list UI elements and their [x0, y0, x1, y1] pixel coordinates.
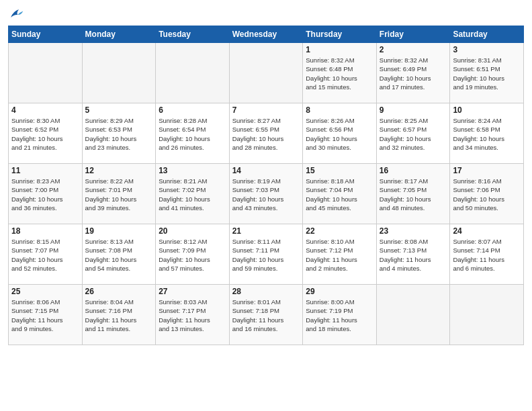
calendar-week-3: 11Sunrise: 8:23 AM Sunset: 7:00 PM Dayli… — [9, 164, 524, 224]
day-info: Sunrise: 8:18 AM Sunset: 7:04 PM Dayligh… — [306, 177, 373, 212]
col-header-monday: Monday — [82, 26, 156, 43]
calendar-cell — [376, 285, 450, 345]
day-info: Sunrise: 8:27 AM Sunset: 6:55 PM Dayligh… — [232, 116, 300, 152]
calendar-body: 1Sunrise: 8:32 AM Sunset: 6:48 PM Daylig… — [9, 43, 524, 345]
day-info: Sunrise: 8:08 AM Sunset: 7:13 PM Dayligh… — [380, 237, 447, 273]
calendar-cell: 26Sunrise: 8:04 AM Sunset: 7:16 PM Dayli… — [82, 285, 156, 345]
calendar-cell: 2Sunrise: 8:32 AM Sunset: 6:49 PM Daylig… — [376, 43, 450, 103]
col-header-sunday: Sunday — [9, 26, 83, 43]
calendar-cell: 8Sunrise: 8:26 AM Sunset: 6:56 PM Daylig… — [303, 103, 377, 164]
col-header-thursday: Thursday — [303, 26, 377, 43]
day-number: 2 — [380, 45, 447, 54]
day-number: 15 — [306, 166, 373, 175]
day-number: 19 — [85, 226, 153, 236]
calendar-cell — [450, 285, 524, 345]
calendar-week-1: 1Sunrise: 8:32 AM Sunset: 6:48 PM Daylig… — [9, 43, 524, 103]
day-info: Sunrise: 8:15 AM Sunset: 7:07 PM Dayligh… — [11, 237, 79, 273]
calendar-cell: 17Sunrise: 8:16 AM Sunset: 7:06 PM Dayli… — [450, 164, 524, 224]
day-info: Sunrise: 8:07 AM Sunset: 7:14 PM Dayligh… — [453, 237, 521, 273]
calendar-cell — [82, 43, 156, 103]
calendar-week-2: 4Sunrise: 8:30 AM Sunset: 6:52 PM Daylig… — [9, 103, 524, 164]
day-info: Sunrise: 8:32 AM Sunset: 6:48 PM Dayligh… — [306, 56, 373, 91]
calendar-week-4: 18Sunrise: 8:15 AM Sunset: 7:07 PM Dayli… — [9, 224, 524, 285]
day-number: 8 — [306, 105, 373, 115]
day-info: Sunrise: 8:21 AM Sunset: 7:02 PM Dayligh… — [159, 177, 226, 212]
day-number: 6 — [159, 105, 226, 115]
day-number: 12 — [85, 166, 153, 175]
calendar-cell: 27Sunrise: 8:03 AM Sunset: 7:17 PM Dayli… — [156, 285, 230, 345]
day-info: Sunrise: 8:26 AM Sunset: 6:56 PM Dayligh… — [306, 116, 373, 152]
day-number: 1 — [306, 45, 373, 54]
calendar-week-5: 25Sunrise: 8:06 AM Sunset: 7:15 PM Dayli… — [9, 285, 524, 345]
day-number: 9 — [380, 105, 447, 115]
calendar-cell: 22Sunrise: 8:10 AM Sunset: 7:12 PM Dayli… — [303, 224, 377, 285]
day-number: 25 — [11, 287, 79, 296]
calendar-cell: 9Sunrise: 8:25 AM Sunset: 6:57 PM Daylig… — [376, 103, 450, 164]
calendar-cell: 7Sunrise: 8:27 AM Sunset: 6:55 PM Daylig… — [229, 103, 303, 164]
day-info: Sunrise: 8:23 AM Sunset: 7:00 PM Dayligh… — [11, 177, 79, 212]
day-number: 10 — [453, 105, 521, 115]
day-info: Sunrise: 8:01 AM Sunset: 7:18 PM Dayligh… — [232, 298, 300, 333]
day-number: 28 — [232, 287, 300, 296]
day-number: 4 — [11, 105, 79, 115]
calendar-cell: 4Sunrise: 8:30 AM Sunset: 6:52 PM Daylig… — [9, 103, 83, 164]
calendar-header-row: SundayMondayTuesdayWednesdayThursdayFrid… — [9, 26, 524, 43]
day-info: Sunrise: 8:00 AM Sunset: 7:19 PM Dayligh… — [306, 298, 373, 333]
day-info: Sunrise: 8:11 AM Sunset: 7:11 PM Dayligh… — [232, 237, 300, 273]
calendar-cell: 29Sunrise: 8:00 AM Sunset: 7:19 PM Dayli… — [303, 285, 377, 345]
day-number: 24 — [453, 226, 521, 236]
day-info: Sunrise: 8:03 AM Sunset: 7:17 PM Dayligh… — [159, 298, 226, 333]
col-header-wednesday: Wednesday — [229, 26, 303, 43]
calendar-header: SundayMondayTuesdayWednesdayThursdayFrid… — [9, 26, 524, 43]
day-number: 29 — [306, 287, 373, 296]
day-number: 17 — [453, 166, 521, 175]
day-number: 16 — [380, 166, 447, 175]
calendar-cell: 14Sunrise: 8:19 AM Sunset: 7:03 PM Dayli… — [229, 164, 303, 224]
day-info: Sunrise: 8:24 AM Sunset: 6:58 PM Dayligh… — [453, 116, 521, 152]
calendar-cell: 19Sunrise: 8:13 AM Sunset: 7:08 PM Dayli… — [82, 224, 156, 285]
calendar-cell: 16Sunrise: 8:17 AM Sunset: 7:05 PM Dayli… — [376, 164, 450, 224]
day-info: Sunrise: 8:29 AM Sunset: 6:53 PM Dayligh… — [85, 116, 153, 152]
calendar-cell: 25Sunrise: 8:06 AM Sunset: 7:15 PM Dayli… — [9, 285, 83, 345]
day-info: Sunrise: 8:28 AM Sunset: 6:54 PM Dayligh… — [159, 116, 226, 152]
day-number: 22 — [306, 226, 373, 236]
logo — [8, 7, 24, 20]
day-number: 26 — [85, 287, 153, 296]
day-number: 21 — [232, 226, 300, 236]
page: SundayMondayTuesdayWednesdayThursdayFrid… — [0, 0, 532, 411]
logo-bird-icon — [8, 7, 24, 20]
calendar-cell — [9, 43, 83, 103]
day-info: Sunrise: 8:19 AM Sunset: 7:03 PM Dayligh… — [232, 177, 300, 212]
day-number: 23 — [380, 226, 447, 236]
col-header-tuesday: Tuesday — [156, 26, 230, 43]
day-info: Sunrise: 8:32 AM Sunset: 6:49 PM Dayligh… — [380, 56, 447, 91]
calendar-cell: 15Sunrise: 8:18 AM Sunset: 7:04 PM Dayli… — [303, 164, 377, 224]
calendar-cell: 21Sunrise: 8:11 AM Sunset: 7:11 PM Dayli… — [229, 224, 303, 285]
day-info: Sunrise: 8:06 AM Sunset: 7:15 PM Dayligh… — [11, 298, 79, 333]
day-info: Sunrise: 8:13 AM Sunset: 7:08 PM Dayligh… — [85, 237, 153, 273]
day-number: 3 — [453, 45, 521, 54]
calendar-cell: 12Sunrise: 8:22 AM Sunset: 7:01 PM Dayli… — [82, 164, 156, 224]
day-info: Sunrise: 8:12 AM Sunset: 7:09 PM Dayligh… — [159, 237, 226, 273]
day-number: 13 — [159, 166, 226, 175]
calendar-cell: 11Sunrise: 8:23 AM Sunset: 7:00 PM Dayli… — [9, 164, 83, 224]
calendar-cell: 10Sunrise: 8:24 AM Sunset: 6:58 PM Dayli… — [450, 103, 524, 164]
day-info: Sunrise: 8:22 AM Sunset: 7:01 PM Dayligh… — [85, 177, 153, 212]
calendar-cell — [229, 43, 303, 103]
day-number: 20 — [159, 226, 226, 236]
calendar-cell: 24Sunrise: 8:07 AM Sunset: 7:14 PM Dayli… — [450, 224, 524, 285]
calendar-cell: 18Sunrise: 8:15 AM Sunset: 7:07 PM Dayli… — [9, 224, 83, 285]
calendar-cell — [156, 43, 230, 103]
calendar-cell: 28Sunrise: 8:01 AM Sunset: 7:18 PM Dayli… — [229, 285, 303, 345]
calendar-cell: 3Sunrise: 8:31 AM Sunset: 6:51 PM Daylig… — [450, 43, 524, 103]
day-info: Sunrise: 8:17 AM Sunset: 7:05 PM Dayligh… — [380, 177, 447, 212]
day-info: Sunrise: 8:25 AM Sunset: 6:57 PM Dayligh… — [380, 116, 447, 152]
calendar-cell: 6Sunrise: 8:28 AM Sunset: 6:54 PM Daylig… — [156, 103, 230, 164]
header — [8, 7, 524, 20]
day-number: 18 — [11, 226, 79, 236]
calendar-cell: 20Sunrise: 8:12 AM Sunset: 7:09 PM Dayli… — [156, 224, 230, 285]
calendar-cell: 1Sunrise: 8:32 AM Sunset: 6:48 PM Daylig… — [303, 43, 377, 103]
day-info: Sunrise: 8:31 AM Sunset: 6:51 PM Dayligh… — [453, 56, 521, 91]
col-header-friday: Friday — [376, 26, 450, 43]
day-info: Sunrise: 8:04 AM Sunset: 7:16 PM Dayligh… — [85, 298, 153, 333]
